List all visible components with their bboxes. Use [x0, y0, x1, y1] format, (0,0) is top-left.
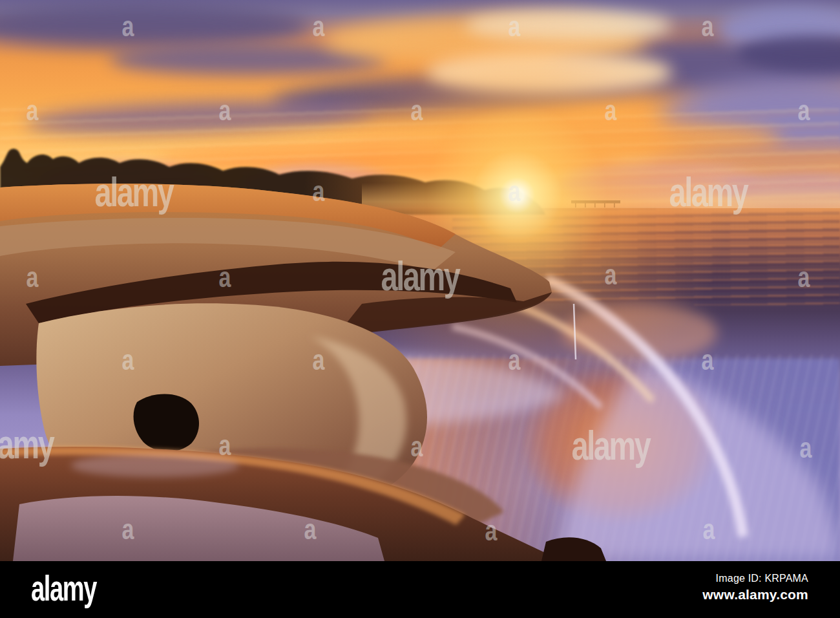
rock-formation — [0, 0, 840, 561]
stock-photo-sunset-seascape: alamyalamyalamyalamyalamyaaaaaaaaaaaaaaa… — [0, 0, 840, 561]
footer-info: Image ID: KRPAMA www.alamy.com — [702, 573, 808, 602]
alamy-stock-image-page: alamyalamyalamyalamyalamyaaaaaaaaaaaaaaa… — [0, 0, 840, 618]
corner-rock — [541, 537, 606, 561]
alamy-logo: alamy — [31, 571, 96, 605]
website-text: www.alamy.com — [702, 587, 808, 602]
alamy-footer: alamy Image ID: KRPAMA www.alamy.com — [0, 561, 840, 618]
image-id-text: Image ID: KRPAMA — [702, 573, 808, 584]
wet-sand-shine — [71, 454, 239, 477]
water-drip — [574, 304, 576, 359]
